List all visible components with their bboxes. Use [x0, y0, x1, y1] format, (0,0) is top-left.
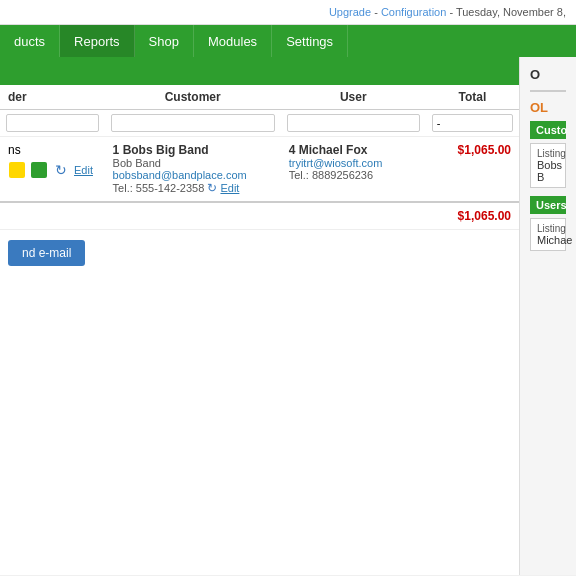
col-user: User	[281, 85, 426, 110]
nav-item-settings[interactable]: Settings	[272, 25, 348, 57]
right-panel: O OL Custo Listing Bobs B Users Listing …	[520, 57, 576, 575]
filter-order-input[interactable]	[6, 114, 99, 132]
yellow-icon[interactable]	[8, 161, 26, 179]
send-email-button[interactable]: nd e-mail	[8, 240, 85, 266]
edit-link-order[interactable]: Edit	[74, 164, 93, 176]
customer-section-header: Custo	[530, 121, 566, 139]
order-cell: ns ↻ Edit	[0, 137, 105, 203]
order-prefix: ns	[8, 143, 97, 157]
nav-item-modules[interactable]: Modules	[194, 25, 272, 57]
customer-sub1: Bob Band	[113, 157, 273, 169]
filter-user-input[interactable]	[287, 114, 420, 132]
amount-cell: $1,065.00	[426, 137, 519, 203]
ob-label: OL	[530, 100, 566, 115]
configuration-link[interactable]: Configuration	[381, 6, 446, 18]
users-listing-value: Michae	[537, 234, 559, 246]
table-header-row: der Customer User Total	[0, 85, 519, 110]
user-email: tryitrt@wiosoft.com	[289, 157, 418, 169]
col-customer: Customer	[105, 85, 281, 110]
person-icon-btn[interactable]	[30, 161, 48, 179]
filter-user-cell	[281, 110, 426, 137]
users-section-header: Users	[530, 196, 566, 214]
filter-order-cell	[0, 110, 105, 137]
customer-tel: Tel.: 555-142-2358 ↻ Edit	[113, 181, 273, 195]
user-name: 4 Michael Fox	[289, 143, 418, 157]
top-bar: Upgrade - Configuration - Tuesday, Novem…	[0, 0, 576, 25]
customer-name: 1 Bobs Big Band	[113, 143, 273, 157]
star-icon	[9, 162, 25, 178]
filter-customer-input[interactable]	[111, 114, 275, 132]
customer-cell: 1 Bobs Big Band Bob Band bobsband@bandpl…	[105, 137, 281, 203]
main-layout: der Customer User Total	[0, 57, 576, 575]
nav-label-modules: Modules	[208, 34, 257, 49]
customer-box: Listing Bobs B	[530, 143, 566, 188]
bottom-bar: nd e-mail	[0, 229, 519, 276]
action-icons: ↻ Edit	[8, 161, 97, 179]
nav-label-products: ducts	[14, 34, 45, 49]
separator1: -	[374, 6, 381, 18]
filter-total-input[interactable]	[432, 114, 513, 132]
section-header-bar	[0, 57, 519, 85]
left-panel: der Customer User Total	[0, 57, 520, 575]
nav-bar: ducts Reports Shop Modules Settings	[0, 25, 576, 57]
users-listing-label: Listing	[537, 223, 559, 234]
table-row: ns ↻ Edit	[0, 137, 519, 203]
customer-email: bobsband@bandplace.com	[113, 169, 273, 181]
filter-total-cell	[426, 110, 519, 137]
date-label: Tuesday, November 8,	[456, 6, 566, 18]
person-icon	[31, 162, 47, 178]
col-total: Total	[426, 85, 519, 110]
orders-table: der Customer User Total	[0, 85, 519, 229]
user-tel: Tel.: 8889256236	[289, 169, 418, 181]
nav-item-reports[interactable]: Reports	[60, 25, 135, 57]
right-title: O	[530, 67, 566, 82]
customer-listing-value: Bobs B	[537, 159, 559, 183]
nav-label-reports: Reports	[74, 34, 120, 49]
col-order: der	[0, 85, 105, 110]
total-row: $1,065.00	[0, 202, 519, 229]
customer-listing-label: Listing	[537, 148, 559, 159]
filter-row	[0, 110, 519, 137]
filter-customer-cell	[105, 110, 281, 137]
total-cell: $1,065.00	[0, 202, 519, 229]
nav-label-settings: Settings	[286, 34, 333, 49]
users-box: Listing Michae	[530, 218, 566, 251]
edit-link-customer[interactable]: Edit	[220, 182, 239, 194]
user-cell: 4 Michael Fox tryitrt@wiosoft.com Tel.: …	[281, 137, 426, 203]
upgrade-link[interactable]: Upgrade	[329, 6, 371, 18]
nav-label-shop: Shop	[149, 34, 179, 49]
nav-item-shop[interactable]: Shop	[135, 25, 194, 57]
nav-item-products[interactable]: ducts	[0, 25, 60, 57]
customer-arrow-icon: ↻	[207, 181, 217, 195]
arrow-icon-btn[interactable]: ↻	[52, 161, 70, 179]
